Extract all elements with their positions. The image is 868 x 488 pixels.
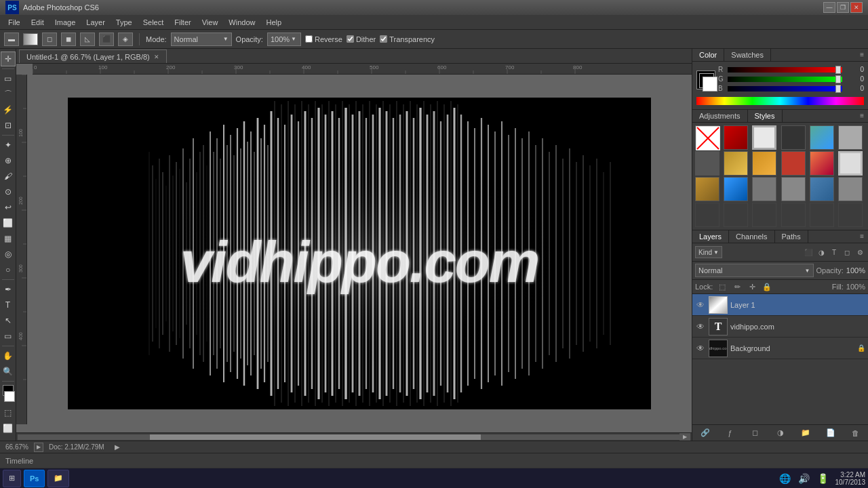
tool-option-5[interactable]: ◈ — [118, 33, 133, 46]
style-item-7[interactable] — [724, 151, 748, 176]
tab-styles[interactable]: Styles — [748, 110, 783, 122]
status-play-btn[interactable]: ▶ — [113, 443, 122, 452]
r-thumb[interactable] — [835, 66, 841, 74]
start-button[interactable]: ⊞ — [3, 470, 21, 487]
style-item-0[interactable] — [695, 125, 719, 150]
eraser-tool[interactable]: ⬜ — [1, 216, 16, 230]
shape-tool[interactable]: ▭ — [1, 329, 16, 344]
menu-select[interactable]: Select — [138, 15, 170, 30]
transparency-checkbox[interactable]: Transparency — [380, 35, 435, 43]
tool-option-1[interactable]: ◻ — [42, 33, 57, 46]
color-spectrum[interactable] — [696, 97, 864, 105]
filter-adjust-icon[interactable]: ◑ — [816, 247, 827, 258]
scroll-right-btn[interactable]: ▶ — [679, 433, 690, 441]
tray-icon-1[interactable]: 🌐 — [778, 472, 792, 485]
clone-tool[interactable]: ⊙ — [1, 184, 16, 199]
new-layer-btn[interactable]: 📄 — [824, 426, 837, 440]
tray-icon-2[interactable]: 🔊 — [797, 472, 811, 485]
style-item-19[interactable] — [724, 203, 748, 227]
style-item-4[interactable] — [810, 125, 834, 150]
adj-panel-menu-icon[interactable]: ≡ — [856, 110, 868, 122]
style-item-5[interactable] — [838, 125, 863, 150]
style-item-11[interactable] — [838, 151, 863, 176]
background-color[interactable] — [4, 391, 15, 402]
history-brush-tool[interactable]: ↩ — [1, 200, 16, 215]
quick-mask-btn[interactable]: ⬚ — [1, 405, 16, 420]
document-tab[interactable]: Untitled-1 @ 66.7% (Layer 1, RGB/8) ✕ — [19, 49, 167, 63]
path-select-tool[interactable]: ↖ — [1, 313, 16, 328]
reverse-checkbox[interactable]: Reverse — [305, 35, 342, 43]
folder-taskbar-btn[interactable]: 📁 — [47, 470, 69, 487]
style-item-1[interactable] — [724, 125, 748, 150]
g-thumb[interactable] — [835, 75, 841, 83]
tool-option-4[interactable]: ⬛ — [99, 33, 114, 46]
tab-swatches[interactable]: Swatches — [724, 49, 771, 61]
close-button[interactable]: ✕ — [850, 2, 863, 13]
style-item-9[interactable] — [781, 151, 806, 176]
screen-mode-btn[interactable]: ⬜ — [1, 421, 16, 436]
filter-pixel-icon[interactable]: ⬛ — [803, 247, 814, 258]
layer-row[interactable]: 👁vidhippo.comBackground🔒 — [692, 338, 868, 359]
mode-dropdown[interactable]: Normal — [171, 33, 232, 46]
pen-tool[interactable]: ✒ — [1, 282, 16, 297]
lock-move-icon[interactable]: ✛ — [747, 281, 757, 292]
menu-help[interactable]: Help — [260, 15, 287, 30]
type-tool[interactable]: T — [1, 298, 16, 312]
zoom-tool[interactable]: 🔍 — [1, 364, 16, 379]
canvas-container[interactable]: 0 100 200 300 400 500 600 700 800 — [16, 64, 692, 432]
style-item-12[interactable] — [695, 177, 719, 201]
layer-vis-0[interactable]: 👁 — [695, 300, 706, 310]
add-style-btn[interactable]: ƒ — [724, 426, 737, 440]
tab-paths[interactable]: Paths — [775, 230, 808, 243]
status-info-btn[interactable]: ▶ — [34, 443, 43, 452]
dodge-tool[interactable]: ○ — [1, 262, 16, 277]
lock-all-icon[interactable]: 🔒 — [762, 281, 772, 292]
horizontal-scrollbar[interactable]: ▶ — [16, 432, 692, 441]
ps-taskbar-btn[interactable]: Ps — [24, 470, 45, 487]
style-item-15[interactable] — [781, 177, 806, 201]
b-thumb[interactable] — [835, 85, 841, 93]
layer-vis-2[interactable]: 👁 — [695, 343, 706, 354]
menu-view[interactable]: View — [197, 15, 224, 30]
tab-channels[interactable]: Channels — [729, 230, 774, 243]
delete-layer-btn[interactable]: 🗑 — [849, 426, 863, 440]
new-group-btn[interactable]: 📁 — [799, 426, 812, 440]
style-item-13[interactable] — [724, 177, 748, 201]
tray-icon-3[interactable]: 🔋 — [816, 472, 830, 485]
opacity-input[interactable]: 100% ▼ — [267, 33, 301, 46]
style-item-8[interactable] — [752, 151, 776, 176]
style-item-17[interactable] — [838, 177, 863, 201]
blend-mode-select[interactable]: Normal — [695, 264, 814, 277]
style-item-23[interactable] — [838, 203, 863, 227]
style-item-6[interactable] — [695, 151, 719, 176]
maximize-button[interactable]: ❐ — [837, 2, 849, 13]
tool-option-2[interactable]: ◼ — [61, 33, 76, 46]
style-item-18[interactable] — [695, 203, 719, 227]
move-tool[interactable]: ✛ — [1, 52, 16, 66]
tab-color[interactable]: Color — [692, 49, 724, 61]
minimize-button[interactable]: — — [823, 2, 835, 13]
brush-tool[interactable]: 🖌 — [1, 169, 16, 184]
menu-filter[interactable]: Filter — [169, 15, 196, 30]
marquee-tool[interactable]: ▭ — [1, 71, 16, 86]
g-slider[interactable] — [728, 77, 842, 82]
photoshop-canvas[interactable]: vidhippo.com — [68, 98, 651, 409]
scroll-track[interactable] — [18, 434, 679, 440]
blur-tool[interactable]: ◎ — [1, 247, 16, 262]
style-item-14[interactable] — [752, 177, 776, 201]
layer-row[interactable]: 👁Tvidhippo.com — [692, 316, 868, 338]
menu-window[interactable]: Window — [223, 15, 260, 30]
gradient-tool[interactable]: ▦ — [1, 231, 16, 246]
hand-tool[interactable]: ✋ — [1, 348, 16, 363]
style-item-20[interactable] — [752, 203, 776, 227]
new-adjustment-btn[interactable]: ◑ — [774, 426, 787, 440]
menu-file[interactable]: File — [3, 15, 26, 30]
style-item-10[interactable] — [810, 151, 834, 176]
color-swatch[interactable] — [696, 70, 715, 89]
style-item-3[interactable] — [781, 125, 806, 150]
link-layers-btn[interactable]: 🔗 — [698, 426, 712, 440]
layer-vis-1[interactable]: 👁 — [695, 321, 706, 332]
bg-color-swatch[interactable] — [703, 77, 717, 92]
style-item-21[interactable] — [781, 203, 806, 227]
lock-paint-icon[interactable]: ✏ — [732, 281, 743, 292]
